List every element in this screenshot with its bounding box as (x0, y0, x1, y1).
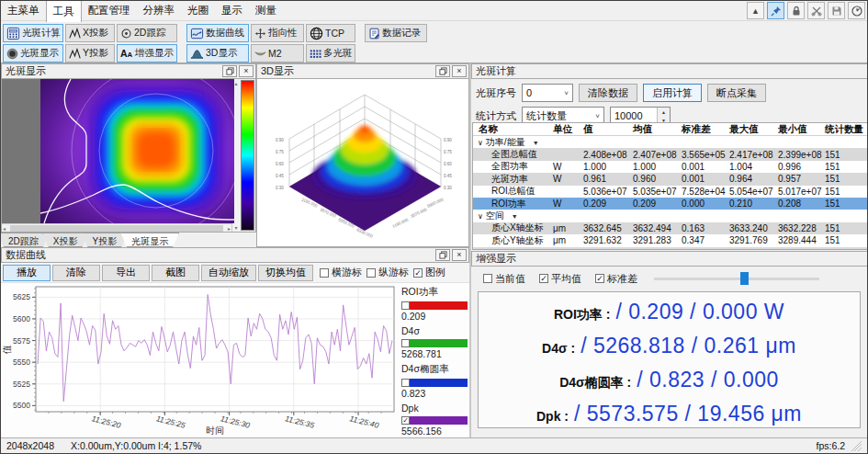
breakpoint-button[interactable]: 断点采集 (707, 84, 766, 102)
chart-legend: ROI功率0.209D4σ5268.781D4σ椭圆率0.823Dpk✓5566… (401, 286, 468, 440)
enable-calc-button[interactable]: 启用计算 (643, 84, 702, 102)
svg-text:5525: 5525 (13, 380, 30, 389)
autoscale-button[interactable]: 自动缩放 (201, 265, 256, 281)
menu-item[interactable]: 工具 (46, 0, 82, 22)
restore-icon[interactable] (435, 249, 450, 261)
gauge-icon[interactable] (848, 2, 865, 19)
close-icon[interactable]: × (239, 65, 254, 77)
beam-panel-title: 光斑显示 (6, 64, 46, 78)
checkbox[interactable]: ✓图例 (413, 266, 445, 279)
curve-panel-titlebar: 数据曲线 × (1, 247, 469, 263)
table-row[interactable]: 全图功率W1.0001.0000.0011.0040.996151 (473, 161, 867, 173)
checkbox[interactable]: 当前值 (483, 272, 525, 286)
beam-tabs: 2D跟踪X投影Y投影光斑显示 (1, 232, 256, 247)
export-button[interactable]: 导出 (102, 265, 150, 281)
stat-label: 统计方式 (476, 109, 516, 123)
table-group-row[interactable]: ∨功率/能量▼ (473, 136, 867, 148)
toolbar-button-x-projection[interactable]: X投影 (65, 24, 115, 42)
svg-text:0.30: 0.30 (444, 186, 452, 190)
play-button[interactable]: 播放 (3, 265, 51, 281)
menu-item[interactable]: 主菜单 (1, 0, 46, 22)
menu-item[interactable]: 测量 (249, 0, 283, 22)
color-scale-bar (241, 80, 254, 231)
toolbar-button-m2[interactable]: M2 (251, 44, 304, 62)
table-row[interactable]: 质心Y轴坐标μm3291.6323291.2830.3473291.769328… (473, 234, 867, 246)
toolbar-button-y-projection[interactable]: Y投影 (65, 44, 115, 62)
menu-item[interactable]: 光圈 (181, 0, 215, 22)
toggle-mean-button[interactable]: 切换均值 (258, 265, 313, 281)
toolbar-button-pointing[interactable]: 指向性 (251, 24, 304, 42)
toolbar-button-data-record[interactable]: 数据记录 (365, 24, 427, 42)
checkbox[interactable]: 横游标 (320, 266, 362, 279)
close-icon[interactable]: × (452, 65, 467, 77)
surface-panel-title: 3D显示 (261, 64, 294, 78)
clear-button[interactable]: 清除 (52, 265, 100, 281)
surface-panel-titlebar: 3D显示 × (256, 63, 469, 79)
checkbox[interactable]: ✓标准差 (595, 272, 637, 286)
beam-tab[interactable]: X投影 (42, 233, 89, 247)
surface-3d-plot[interactable]: 0.900.750.600.450.30 0.900.750.600.450.3… (256, 79, 469, 247)
table-row[interactable]: ROI功率W0.2090.2090.0000.2100.208151 (473, 198, 867, 210)
table-row[interactable]: D4σXμm5754.7115754.1760.4015755.1075753.… (473, 247, 867, 250)
beam-image[interactable] (40, 79, 234, 223)
toolbar-button-spot-calc[interactable]: 光斑计算 (3, 24, 63, 42)
svg-text:0.45: 0.45 (444, 174, 452, 178)
readout-line: D4σ椭圆率 : / 0.823 / 0.000 (479, 368, 860, 402)
stats-table: 名称单位值均值标准差最大值最小值统计数量∨功率/能量▼全图总幅值2.408e+0… (472, 122, 868, 250)
checkbox[interactable]: 纵游标 (366, 266, 409, 279)
enhance-panel-title: 增强显示 (476, 252, 516, 266)
close-icon[interactable]: × (452, 249, 467, 261)
scissors-icon[interactable] (807, 2, 825, 19)
pin-icon[interactable] (767, 2, 784, 19)
restore-icon[interactable] (435, 65, 450, 77)
menubar: 主菜单工具配置管理分辨率光圈显示测量 ▲ (1, 1, 867, 21)
legend-checkbox[interactable]: ✓ (401, 416, 410, 425)
restore-icon[interactable] (222, 65, 237, 77)
beam-tab[interactable]: 2D跟踪 (0, 233, 50, 247)
save-icon[interactable] (828, 2, 845, 19)
toolbar-button-spot-display[interactable]: 光斑显示 (3, 44, 63, 62)
window-icons: ▲ (747, 2, 865, 19)
toolbar-button-multi-spot[interactable]: 多光斑 (306, 44, 355, 62)
readout-line: D4σ : / 5268.818 / 0.261 μm (479, 334, 860, 368)
checkbox[interactable]: ✓平均值 (539, 272, 581, 286)
legend-checkbox[interactable] (401, 379, 410, 387)
app-window: 主菜单工具配置管理分辨率光圈显示测量 ▲ 光斑计算 X投影 2D跟踪 数据曲线 … (0, 0, 868, 454)
horizontal-scrollbar[interactable]: ◂▸ (2, 223, 231, 232)
toolbar-button-enhance-display[interactable]: AA增强显示 (117, 44, 177, 62)
curve-checkboxes: 横游标纵游标✓图例 (315, 266, 445, 279)
collapse-icon[interactable]: ▲ (747, 2, 764, 19)
legend-checkbox[interactable] (401, 301, 410, 310)
seq-dropdown[interactable]: 0˅ (522, 84, 573, 102)
menu-item[interactable]: 分辨率 (137, 0, 182, 22)
beam-image-zone: ◂▸ (2, 79, 231, 232)
toolbar: 光斑计算 X投影 2D跟踪 数据曲线 指向性 TCP 数据记录 光斑显示 Y投影… (1, 22, 867, 63)
resize-grip[interactable] (851, 440, 862, 451)
toolbar-button-tcp[interactable]: TCP (306, 24, 355, 42)
calc-panel-titlebar: 光斑计算 (471, 63, 868, 79)
svg-text:1190.000: 1190.000 (391, 217, 409, 229)
svg-text:时间: 时间 (206, 426, 224, 436)
beam-tab[interactable]: 光斑显示 (120, 233, 179, 247)
toolbar-button-2d-track[interactable]: 2D跟踪 (117, 24, 177, 42)
screenshot-button[interactable]: 截图 (152, 265, 199, 281)
menu-item[interactable]: 显示 (215, 0, 249, 22)
table-row[interactable]: ROI总幅值5.036e+075.035e+077.528e+045.054e+… (473, 186, 867, 198)
table-row[interactable]: 光斑功率W0.9610.9600.0010.9640.957151 (473, 173, 867, 185)
toolbar-button-3d-display[interactable]: 3D显示 (186, 44, 249, 62)
table-row[interactable]: 全图总幅值2.408e+082.407e+083.565e+052.417e+0… (473, 148, 867, 160)
enhance-panel: 增强显示 当前值✓平均值✓标准差 ROI功率 : / 0.209 / 0.000… (471, 251, 868, 439)
table-row[interactable]: 质心X轴坐标μm3632.6453632.4940.1633633.240363… (473, 222, 867, 234)
line-chart[interactable]: 55005525555055755600562511:25:2011:25:25… (1, 283, 400, 439)
toolbar-button-data-curve[interactable]: 数据曲线 (186, 24, 249, 42)
table-group-row[interactable]: ∨空间▼ (473, 210, 867, 221)
lock-icon[interactable] (787, 2, 805, 19)
menu-item[interactable]: 配置管理 (82, 0, 137, 22)
beam-tab[interactable]: Y投影 (81, 233, 128, 247)
cursor-coords-text: X:0.00um,Y:0.00um I:4; 1.57% (71, 440, 201, 451)
seq-label: 光斑序号 (476, 86, 516, 100)
legend-checkbox[interactable] (401, 339, 410, 347)
enhance-slider[interactable] (654, 272, 819, 285)
svg-text:0.30: 0.30 (276, 186, 284, 190)
clear-data-button[interactable]: 清除数据 (579, 84, 637, 102)
